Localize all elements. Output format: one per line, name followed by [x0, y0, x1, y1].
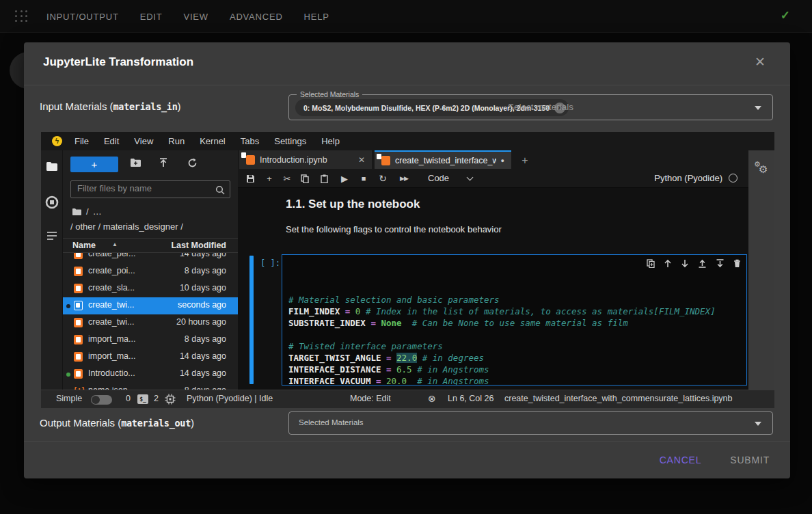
jupyter-menu-item[interactable]: Settings — [267, 136, 314, 146]
chevron-down-icon[interactable] — [467, 174, 474, 181]
terminals-count[interactable]: 0 — [126, 394, 131, 403]
search-icon — [215, 185, 225, 195]
kernel-status-icon[interactable] — [729, 174, 737, 182]
file-list-header: Name ▲ Last Modified — [63, 238, 238, 253]
file-row[interactable]: import_ma... 14 days ago — [63, 349, 238, 366]
jupyter-status-bar: Simple 0 $_ 2 Python (Pyodide) | Idle Mo… — [41, 390, 774, 408]
trust-shield-icon[interactable]: ⊗ — [428, 393, 436, 404]
save-icon[interactable] — [243, 169, 257, 188]
file-name: import_ma... — [88, 351, 135, 361]
copy-cells-icon[interactable] — [298, 169, 312, 188]
jupyter-menu-item[interactable]: View — [126, 136, 161, 146]
insert-cell-above-icon[interactable] — [698, 259, 707, 268]
jupyter-menu-item[interactable]: Kernel — [192, 136, 233, 146]
table-of-contents-icon[interactable] — [46, 231, 57, 241]
input-materials-select[interactable]: Selected Materials 0: MoS2, Molybdenum D… — [288, 94, 773, 120]
dialog-close-icon[interactable]: ✕ — [755, 54, 766, 70]
file-status-dot — [66, 355, 70, 360]
file-row[interactable]: create_poi... 8 days ago — [63, 263, 238, 280]
jupyter-menu-item[interactable]: Help — [314, 136, 347, 146]
cell-toolbar — [647, 259, 741, 268]
cell-collapser[interactable] — [249, 256, 254, 384]
file-browser-tab-icon[interactable] — [46, 161, 58, 172]
file-name: create_twi... — [88, 300, 134, 310]
code-line — [288, 329, 746, 340]
notebook-file-icon — [74, 335, 83, 344]
appbar-menu-item[interactable]: ADVANCED — [230, 12, 283, 22]
file-row[interactable]: import_ma... 8 days ago — [63, 332, 238, 349]
cell-type-dropdown[interactable]: Code — [428, 173, 449, 183]
breadcrumb-current-path[interactable]: / other / materials_designer / — [70, 221, 183, 232]
notebook-file-icon — [246, 155, 255, 165]
column-last-modified[interactable]: Last Modified — [171, 241, 226, 250]
unsaved-changes-dot: ● — [501, 157, 504, 164]
appbar-menu-item[interactable]: INPUT/OUTPUT — [46, 12, 119, 22]
refresh-icon[interactable] — [187, 158, 198, 168]
dropdown-caret-icon[interactable] — [755, 106, 761, 110]
cut-cells-icon[interactable]: ✂ — [280, 169, 294, 188]
appbar-menu-item[interactable]: EDIT — [140, 12, 163, 22]
app-grid-icon[interactable] — [15, 10, 29, 23]
jupyter-left-rail — [41, 150, 63, 390]
dropdown-caret-icon[interactable] — [755, 422, 761, 426]
kernels-count[interactable]: 2 — [154, 394, 159, 403]
submit-button[interactable]: SUBMIT — [730, 455, 770, 465]
restart-kernel-icon[interactable]: ↻ — [376, 169, 390, 188]
upload-icon[interactable] — [159, 158, 168, 168]
kernel-status-text[interactable]: Python (Pyodide) | Idle — [187, 394, 273, 403]
file-status-dot — [66, 304, 70, 308]
file-row[interactable]: name.json 8 days ago — [63, 383, 238, 390]
running-kernels-icon[interactable] — [45, 195, 59, 209]
file-row[interactable]: create_sla... 10 days ago — [63, 280, 238, 297]
cancel-button[interactable]: CANCEL — [660, 455, 702, 465]
appbar-menu-item[interactable]: VIEW — [183, 12, 208, 22]
jupyter-menu-item[interactable]: Run — [161, 136, 192, 146]
column-name[interactable]: Name — [72, 241, 96, 250]
jupyter-menu-item[interactable]: Tabs — [233, 136, 267, 146]
code-lines[interactable]: # Material selection and basic parameter… — [288, 259, 746, 385]
kernel-name-button[interactable]: Python (Pyodide) — [654, 173, 722, 183]
breadcrumb-folder-icon[interactable] — [72, 208, 82, 216]
insert-cell-below-icon[interactable] — [716, 259, 725, 268]
tab-create-twisted-interface[interactable]: create_twisted_interface_w ● — [375, 150, 511, 169]
code-line: FILM_INDEX = 0 # Index in the list of ma… — [288, 306, 746, 317]
delete-cell-icon[interactable] — [733, 259, 741, 268]
file-browser-toolbar: + — [63, 156, 238, 174]
file-row[interactable]: create_twi... 20 hours ago — [63, 314, 238, 332]
editor-mode-indicator[interactable]: Mode: Edit — [350, 394, 391, 403]
file-row[interactable]: Introductio... 14 days ago — [63, 366, 238, 383]
property-inspector-gear-icon[interactable]: ⚙⚙ — [754, 160, 770, 176]
duplicate-cell-icon[interactable] — [647, 259, 655, 268]
move-cell-up-icon[interactable] — [664, 259, 672, 268]
stop-kernel-icon[interactable]: ■ — [357, 169, 370, 188]
paste-cells-icon[interactable] — [317, 169, 331, 188]
new-tab-button[interactable]: + — [516, 152, 534, 169]
cursor-position[interactable]: Ln 6, Col 26 — [448, 394, 493, 403]
filter-files-input[interactable] — [77, 183, 211, 193]
simple-mode-toggle[interactable] — [91, 395, 112, 405]
file-row[interactable]: create_twi... seconds ago — [63, 297, 238, 314]
new-launcher-button[interactable]: + — [70, 157, 118, 172]
run-cell-icon[interactable]: ▶ — [338, 169, 351, 188]
tab-close-icon[interactable]: ✕ — [358, 155, 365, 165]
check-icon[interactable]: ✓ — [781, 8, 790, 23]
file-row[interactable]: create_per... 14 days ago — [63, 253, 238, 263]
appbar-menu-item[interactable]: HELP — [304, 12, 329, 22]
move-cell-down-icon[interactable] — [681, 259, 689, 268]
output-materials-dropdown[interactable]: Selected Materials — [288, 411, 773, 435]
code-cell-editor[interactable]: # Material selection and basic parameter… — [282, 254, 747, 385]
notebook-file-icon — [74, 369, 83, 379]
sort-ascending-icon[interactable]: ▲ — [112, 241, 118, 247]
notebook-tabbar: Introduction.ipynb ✕ create_twisted_inte… — [238, 150, 748, 169]
breadcrumb-ellipsis[interactable]: … — [93, 206, 102, 217]
file-modified: 14 days ago — [180, 351, 226, 361]
tab-introduction[interactable]: Introduction.ipynb ✕ — [239, 150, 372, 169]
insert-cell-icon[interactable]: + — [262, 169, 276, 188]
jupyter-menu-item[interactable]: File — [67, 136, 96, 146]
jupyter-menu-item[interactable]: Edit — [96, 136, 126, 146]
breadcrumb[interactable]: / … — [72, 206, 102, 217]
file-modified: seconds ago — [178, 300, 226, 310]
restart-run-all-icon[interactable]: ▶▶ — [395, 169, 413, 188]
code-line: # Twisted interface parameters — [288, 340, 746, 352]
new-folder-icon[interactable] — [130, 158, 141, 167]
